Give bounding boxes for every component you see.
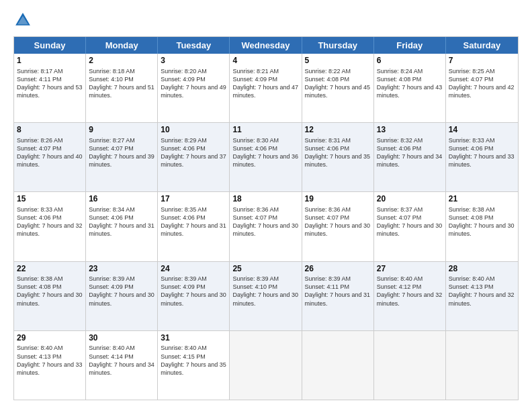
calendar-row: 22 Sunrise: 8:38 AM Sunset: 4:08 PM Dayl… [14, 261, 518, 330]
daylight-text: Daylight: 7 hours and 42 minutes. [449, 83, 515, 99]
sunset-text: Sunset: 4:07 PM [17, 144, 83, 152]
day-cell: 17 Sunrise: 8:35 AM Sunset: 4:06 PM Dayl… [158, 192, 230, 261]
sunset-text: Sunset: 4:07 PM [89, 144, 154, 152]
day-number: 8 [17, 125, 83, 136]
calendar-header: Sunday Monday Tuesday Wednesday Thursday… [14, 37, 518, 54]
daylight-text: Daylight: 7 hours and 30 minutes. [161, 291, 226, 307]
sunrise-text: Sunrise: 8:22 AM [305, 67, 371, 75]
sunset-text: Sunset: 4:06 PM [161, 214, 226, 222]
calendar: Sunday Monday Tuesday Wednesday Thursday… [13, 36, 519, 400]
sunrise-text: Sunrise: 8:36 AM [305, 205, 371, 214]
daylight-text: Daylight: 7 hours and 35 minutes. [305, 152, 371, 169]
daylight-text: Daylight: 7 hours and 34 minutes. [89, 361, 154, 377]
sunrise-text: Sunrise: 8:36 AM [232, 205, 298, 214]
sunrise-text: Sunrise: 8:40 AM [17, 344, 83, 352]
sunrise-text: Sunrise: 8:20 AM [161, 67, 226, 75]
day-number: 7 [449, 56, 515, 66]
calendar-row: 15 Sunrise: 8:33 AM Sunset: 4:06 PM Dayl… [14, 191, 518, 261]
daylight-text: Daylight: 7 hours and 33 minutes. [449, 152, 515, 169]
sunset-text: Sunset: 4:07 PM [449, 75, 515, 83]
daylight-text: Daylight: 7 hours and 32 minutes. [377, 291, 443, 307]
day-cell: 19 Sunrise: 8:36 AM Sunset: 4:07 PM Dayl… [302, 192, 374, 261]
day-cell: 30 Sunrise: 8:40 AM Sunset: 4:14 PM Dayl… [86, 331, 158, 400]
day-cell: 26 Sunrise: 8:39 AM Sunset: 4:11 PM Dayl… [302, 262, 374, 330]
day-number: 23 [89, 264, 154, 275]
calendar-row: 1 Sunrise: 8:17 AM Sunset: 4:11 PM Dayli… [14, 54, 518, 122]
day-number: 13 [377, 125, 443, 136]
day-cell: 10 Sunrise: 8:29 AM Sunset: 4:06 PM Dayl… [158, 123, 230, 191]
day-cell: 6 Sunrise: 8:24 AM Sunset: 4:08 PM Dayli… [374, 54, 446, 122]
empty-cell [374, 331, 446, 400]
daylight-text: Daylight: 7 hours and 34 minutes. [377, 152, 443, 169]
day-number: 12 [305, 125, 371, 136]
day-cell: 20 Sunrise: 8:37 AM Sunset: 4:07 PM Dayl… [374, 192, 446, 261]
daylight-text: Daylight: 7 hours and 30 minutes. [232, 291, 298, 307]
daylight-text: Daylight: 7 hours and 32 minutes. [17, 222, 83, 238]
sunrise-text: Sunrise: 8:26 AM [17, 136, 83, 144]
day-cell: 29 Sunrise: 8:40 AM Sunset: 4:13 PM Dayl… [14, 331, 86, 400]
sunset-text: Sunset: 4:06 PM [17, 214, 83, 222]
day-number: 10 [161, 125, 226, 136]
sunset-text: Sunset: 4:06 PM [232, 144, 298, 152]
daylight-text: Daylight: 7 hours and 30 minutes. [305, 222, 371, 238]
day-number: 15 [17, 194, 83, 205]
sunrise-text: Sunrise: 8:40 AM [161, 344, 226, 352]
daylight-text: Daylight: 7 hours and 36 minutes. [232, 152, 298, 169]
sunset-text: Sunset: 4:11 PM [17, 75, 83, 83]
day-cell: 22 Sunrise: 8:38 AM Sunset: 4:08 PM Dayl… [14, 262, 86, 330]
day-cell: 27 Sunrise: 8:40 AM Sunset: 4:12 PM Dayl… [374, 262, 446, 330]
sunrise-text: Sunrise: 8:21 AM [232, 67, 298, 75]
daylight-text: Daylight: 7 hours and 31 minutes. [89, 222, 154, 238]
sunrise-text: Sunrise: 8:29 AM [161, 136, 226, 144]
day-cell: 8 Sunrise: 8:26 AM Sunset: 4:07 PM Dayli… [14, 123, 86, 191]
daylight-text: Daylight: 7 hours and 51 minutes. [89, 83, 154, 99]
sunset-text: Sunset: 4:07 PM [377, 214, 443, 222]
empty-cell [302, 331, 374, 400]
empty-cell [230, 331, 302, 400]
header-monday: Monday [86, 37, 158, 54]
sunset-text: Sunset: 4:06 PM [161, 144, 226, 152]
calendar-body: 1 Sunrise: 8:17 AM Sunset: 4:11 PM Dayli… [14, 54, 518, 400]
daylight-text: Daylight: 7 hours and 45 minutes. [305, 83, 371, 99]
logo [13, 11, 34, 30]
daylight-text: Daylight: 7 hours and 31 minutes. [161, 222, 226, 238]
calendar-row: 8 Sunrise: 8:26 AM Sunset: 4:07 PM Dayli… [14, 122, 518, 191]
sunset-text: Sunset: 4:11 PM [305, 283, 371, 291]
header-wednesday: Wednesday [230, 37, 302, 54]
sunset-text: Sunset: 4:15 PM [161, 353, 226, 361]
daylight-text: Daylight: 7 hours and 43 minutes. [377, 83, 443, 99]
day-cell: 18 Sunrise: 8:36 AM Sunset: 4:07 PM Dayl… [230, 192, 302, 261]
day-number: 4 [232, 56, 298, 66]
daylight-text: Daylight: 7 hours and 33 minutes. [17, 361, 83, 377]
day-number: 9 [89, 125, 154, 136]
sunset-text: Sunset: 4:06 PM [449, 144, 515, 152]
day-cell: 7 Sunrise: 8:25 AM Sunset: 4:07 PM Dayli… [446, 54, 518, 122]
sunrise-text: Sunrise: 8:25 AM [449, 67, 515, 75]
day-cell: 15 Sunrise: 8:33 AM Sunset: 4:06 PM Dayl… [14, 192, 86, 261]
day-number: 17 [161, 194, 226, 205]
sunset-text: Sunset: 4:13 PM [449, 283, 515, 291]
daylight-text: Daylight: 7 hours and 53 minutes. [17, 83, 83, 99]
day-cell: 24 Sunrise: 8:39 AM Sunset: 4:09 PM Dayl… [158, 262, 230, 330]
day-cell: 9 Sunrise: 8:27 AM Sunset: 4:07 PM Dayli… [86, 123, 158, 191]
sunset-text: Sunset: 4:08 PM [449, 214, 515, 222]
sunrise-text: Sunrise: 8:40 AM [449, 275, 515, 283]
sunrise-text: Sunrise: 8:37 AM [377, 205, 443, 214]
header-thursday: Thursday [302, 37, 374, 54]
day-number: 31 [161, 333, 226, 344]
day-number: 18 [232, 194, 298, 205]
day-number: 6 [377, 56, 443, 66]
sunrise-text: Sunrise: 8:39 AM [161, 275, 226, 283]
day-number: 16 [89, 194, 154, 205]
sunset-text: Sunset: 4:06 PM [377, 144, 443, 152]
sunrise-text: Sunrise: 8:34 AM [89, 205, 154, 214]
sunset-text: Sunset: 4:10 PM [232, 283, 298, 291]
day-number: 28 [449, 264, 515, 275]
day-number: 21 [449, 194, 515, 205]
daylight-text: Daylight: 7 hours and 31 minutes. [305, 291, 371, 307]
logo-icon [13, 11, 32, 30]
sunrise-text: Sunrise: 8:40 AM [377, 275, 443, 283]
day-cell: 23 Sunrise: 8:39 AM Sunset: 4:09 PM Dayl… [86, 262, 158, 330]
header [13, 11, 519, 30]
day-number: 19 [305, 194, 371, 205]
